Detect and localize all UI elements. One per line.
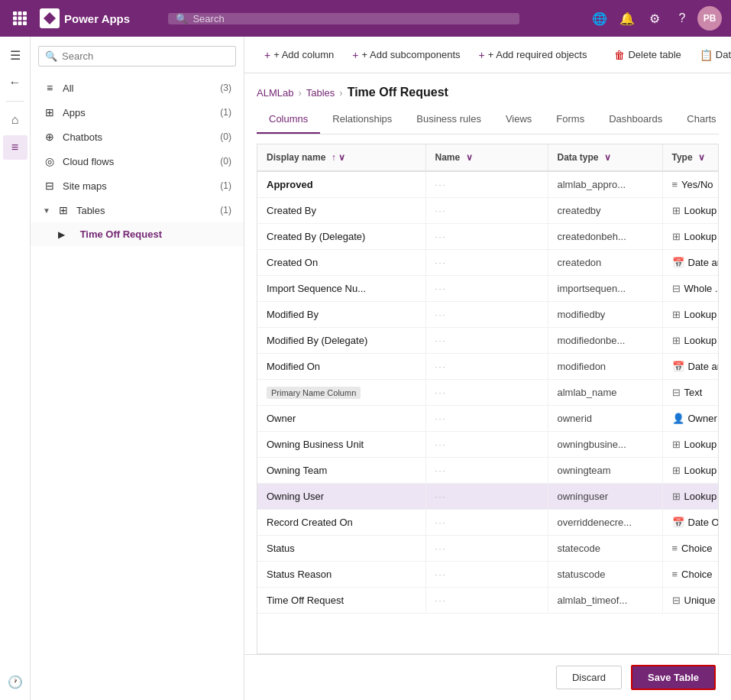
table-row[interactable]: Created By···createdby⊞LookupStandard✓ [257, 198, 719, 224]
col-header-data-type[interactable]: Data type ∨ [548, 144, 662, 171]
add-subcomponents-button[interactable]: + + Add subcomponents [344, 44, 467, 66]
table-row[interactable]: Import Sequence Nu...···importsequen...⊟… [257, 276, 719, 302]
svg-rect-1 [18, 11, 22, 15]
cell-name: modifiedon [548, 354, 662, 380]
cell-data-type: ≡Yes/No [663, 172, 720, 197]
strip-divider-1 [6, 101, 24, 102]
tab-dashboards[interactable]: Dashboards [597, 105, 674, 134]
cell-dots[interactable]: ··· [425, 588, 548, 614]
cell-display-name: Time Off Request [257, 588, 425, 614]
sidebar-item-tables[interactable]: ▼ ⊞ Tables (1) [31, 198, 244, 222]
sidebar-item-site-maps[interactable]: ⊟ Site maps (1) [31, 173, 244, 198]
cell-dots[interactable]: ··· [425, 406, 548, 432]
columns-table: Display name ↑ ∨ Name ∨ Data type ∨ Type… [257, 144, 719, 654]
sidebar-search-box[interactable]: 🔍 [38, 46, 236, 66]
cell-dots[interactable]: ··· [425, 250, 548, 276]
home-icon[interactable]: ⌂ [3, 108, 27, 132]
cell-dots[interactable]: ··· [425, 536, 548, 562]
col-header-name[interactable]: Name ∨ [425, 144, 548, 171]
data-type-label: Whole ... [684, 283, 720, 294]
data-type-icon: 📅 [672, 361, 684, 372]
sidebar-item-apps[interactable]: ⊞ Apps (1) [31, 100, 244, 125]
col-header-display-name[interactable]: Display name ↑ ∨ [257, 144, 425, 171]
data-type-icon: 📅 [672, 517, 684, 528]
sidebar-search-input[interactable] [62, 50, 229, 62]
tab-views[interactable]: Views [493, 105, 544, 134]
cell-dots[interactable]: ··· [425, 510, 548, 536]
delete-table-button[interactable]: 🗑 Delete table [606, 44, 688, 66]
bell-icon[interactable]: 🔔 [615, 6, 639, 31]
table-row[interactable]: Owning User···owninguser⊞LookupStandard✓ [257, 484, 719, 510]
table-row[interactable]: Primary Name Column···almlab_name⊟TextCu… [257, 380, 719, 406]
cell-name: owningbusine... [548, 432, 662, 458]
globe-icon[interactable]: 🌐 [587, 6, 612, 31]
cell-name: modifiedonbe... [548, 328, 662, 354]
svg-rect-3 [13, 17, 17, 21]
menu-icon[interactable]: ☰ [3, 43, 27, 67]
table-row[interactable]: Modified On···modifiedon📅Date an...Stand… [257, 354, 719, 380]
data-type-icon: ⊞ [672, 491, 681, 502]
cell-name: statecode [548, 536, 662, 562]
cell-data-type: ≡Choice [663, 562, 720, 587]
table-row[interactable]: Status···statecode≡ChoiceStandard✓ [257, 536, 719, 562]
sidebar-item-cloud-flows[interactable]: ◎ Cloud flows (0) [31, 149, 244, 173]
search-input[interactable] [192, 13, 512, 24]
data-button[interactable]: 📋 Data ▼ [692, 44, 731, 66]
sidebar-item-all-count: (3) [220, 83, 231, 93]
cell-dots[interactable]: ··· [425, 484, 548, 510]
cell-dots[interactable]: ··· [425, 198, 548, 224]
table-row[interactable]: Created On···createdon📅Date an...Standar… [257, 250, 719, 276]
table-row[interactable]: Record Created On···overriddenecre...📅Da… [257, 510, 719, 536]
cell-dots[interactable]: ··· [425, 432, 548, 458]
add-required-objects-button[interactable]: + + Add required objects [471, 44, 595, 66]
table-row[interactable]: Owning Team···owningteam⊞LookupStandard✓ [257, 458, 719, 484]
help-icon[interactable]: ? [670, 6, 694, 31]
settings-icon[interactable]: ⚙ [642, 6, 667, 31]
breadcrumb-tables[interactable]: Tables [306, 87, 335, 99]
cell-display-name: Modified By (Delegate) [257, 328, 425, 354]
discard-button[interactable]: Discard [556, 666, 622, 689]
breadcrumb-almlab[interactable]: ALMLab [257, 87, 293, 99]
global-search[interactable]: 🔍 [168, 13, 519, 24]
table-row[interactable]: Approved···almlab_appro...≡Yes/NoCustom✓ [257, 171, 719, 198]
tab-relationships[interactable]: Relationships [320, 105, 404, 134]
data-icon[interactable]: ≡ [3, 135, 27, 160]
history-icon[interactable]: 🕐 [3, 669, 27, 694]
tab-business-rules[interactable]: Business rules [404, 105, 493, 134]
cell-dots[interactable]: ··· [425, 171, 548, 198]
table-row[interactable]: Created By (Delegate)···createdonbeh...⊞… [257, 224, 719, 250]
col-header-type[interactable]: Type ∨ [662, 144, 719, 171]
cell-data-type: ⊞Lookup [663, 198, 720, 223]
cell-dots[interactable]: ··· [425, 354, 548, 380]
tabs: Columns Relationships Business rules Vie… [257, 105, 719, 134]
cell-dots[interactable]: ··· [425, 302, 548, 328]
table-row[interactable]: Time Off Request···almlab_timeof...⊟Uniq… [257, 588, 719, 614]
cell-dots[interactable]: ··· [425, 562, 548, 588]
sidebar-tables-expand-row[interactable]: ▶ Time Off Request [31, 222, 244, 246]
waffle-icon[interactable] [9, 8, 31, 29]
cell-dots[interactable]: ··· [425, 276, 548, 302]
sidebar-item-all[interactable]: ≡ All (3) [31, 76, 244, 100]
cell-display-name: Owning Business Unit [257, 432, 425, 458]
tab-forms[interactable]: Forms [544, 105, 597, 134]
cell-display-name: Created On [257, 250, 425, 276]
avatar[interactable]: PB [697, 6, 722, 31]
cell-dots[interactable]: ··· [425, 328, 548, 354]
save-table-button[interactable]: Save Table [631, 665, 716, 690]
cell-display-name: Owner [257, 406, 425, 432]
cell-name: importsequen... [548, 276, 662, 302]
cell-dots[interactable]: ··· [425, 224, 548, 250]
sidebar-item-chatbots[interactable]: ⊕ Chatbots (0) [31, 125, 244, 149]
table-row[interactable]: Status Reason···statuscode≡ChoiceStandar… [257, 562, 719, 588]
tab-charts[interactable]: Charts [674, 105, 728, 134]
table-row[interactable]: Owner···ownerid👤OwnerStandard✓ [257, 406, 719, 432]
sidebar-item-all-label: All [63, 83, 214, 94]
back-icon[interactable]: ← [3, 70, 27, 95]
table-row[interactable]: Modified By (Delegate)···modifiedonbe...… [257, 328, 719, 354]
add-column-button[interactable]: + + Add column [257, 44, 341, 66]
cell-dots[interactable]: ··· [425, 458, 548, 484]
table-row[interactable]: Modified By···modifiedby⊞LookupStandard✓ [257, 302, 719, 328]
cell-dots[interactable]: ··· [425, 380, 548, 406]
table-row[interactable]: Owning Business Unit···owningbusine...⊞L… [257, 432, 719, 458]
tab-columns[interactable]: Columns [257, 105, 320, 134]
